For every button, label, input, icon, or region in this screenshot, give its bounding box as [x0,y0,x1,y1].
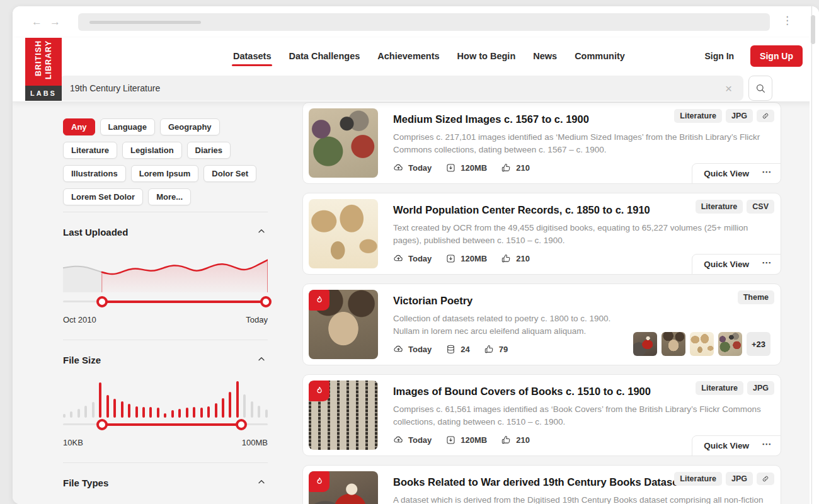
category-chip-lorem-set-dolor[interactable]: Lorem Set Dolor [63,188,143,205]
dataset-card[interactable]: Victorian Poetry Collection of datasets … [302,284,781,365]
search-submit-button[interactable] [748,76,772,101]
more-related-count[interactable]: +23 [747,332,770,356]
category-chip-illustrations[interactable]: Illustrations [63,165,126,182]
british-library-labs-logo[interactable]: BRITISH LIBRARY LABS [25,38,62,101]
related-dataset-thumbnail[interactable] [633,332,657,356]
dataset-thumbnail[interactable] [309,381,378,450]
cloud-upload-icon [393,163,404,173]
sign-in-button[interactable]: Sign In [704,51,734,61]
card-more-button[interactable]: ⋯ [760,166,781,181]
dataset-card[interactable]: Medium Sized Images c. 1567 to c. 1900 C… [302,102,781,184]
collapse-last-uploaded-button[interactable] [255,225,268,239]
dataset-thumbnail[interactable] [309,199,378,268]
browser-menu-icon[interactable]: ⋮ [782,15,793,26]
card-more-button[interactable]: ⋯ [760,257,781,272]
file-types-section: File Types AnyJPGJSONPNGCSVPDFMore... [63,462,268,504]
histogram-bar [200,408,203,418]
file-size-histogram [63,381,268,418]
card-more-button[interactable]: ⋯ [760,438,781,454]
scrollbar-track[interactable] [811,6,812,504]
histogram-bar [135,406,138,418]
date-range-handle-end[interactable] [260,296,272,307]
dataset-meta: Today 24 79 [393,344,610,355]
search-row: × [60,76,819,101]
histogram-bar [149,407,152,418]
dataset-thumbnail[interactable] [309,108,378,178]
nav-item-data-challenges[interactable]: Data Challenges [289,38,360,74]
related-dataset-thumbnail[interactable] [662,332,685,356]
category-chip-dolor-set[interactable]: Dolor Set [203,165,256,182]
address-bar[interactable] [78,13,770,31]
url-placeholder-line [89,21,201,24]
tag-list: LiteratureJPG [674,472,774,486]
dataset-card[interactable]: World Population Center Records, c. 1850… [302,193,781,275]
logo-text-library: LIBRARY [44,40,53,79]
file-size-handle-end[interactable] [236,419,247,430]
date-range-handle-start[interactable] [96,296,108,307]
auth-controls: Sign In Sign Up [704,38,803,74]
histogram-bar [236,381,239,418]
logo-red-block: BRITISH LIBRARY [25,38,62,86]
browser-back-icon[interactable]: ← [32,16,42,28]
collapse-file-size-button[interactable] [255,353,268,367]
featured-flame-icon [309,381,329,401]
browser-forward-icon[interactable]: → [50,16,60,28]
nav-item-news[interactable]: News [533,38,557,74]
dataset-thumbnail[interactable] [309,471,378,504]
nav-item-community[interactable]: Community [575,38,625,74]
featured-flame-icon [309,290,329,311]
category-chip-geography[interactable]: Geography [160,118,220,135]
histogram-bar [258,406,260,418]
tag-list: Theme [738,290,774,304]
size-meta: 120MB [445,253,487,264]
logo-text-british: BRITISH [34,40,43,76]
scrollbar-thumb[interactable] [811,15,815,44]
file-size-title: File Size [63,355,101,365]
chevron-up-icon [256,226,266,236]
category-chip-lorem-ipsum[interactable]: Lorem Ipsum [131,165,199,182]
nav-item-how-to-begin[interactable]: How to Begin [457,38,516,74]
slider-selected-range [102,301,268,303]
search-input[interactable] [70,83,723,93]
related-dataset-thumbnail[interactable] [690,332,714,356]
last-uploaded-chart [63,251,268,295]
category-chip-language[interactable]: Language [100,118,155,135]
histogram-bar [164,413,166,418]
category-chip-any[interactable]: Any [63,118,95,135]
tag-badge-literature: Literature [696,381,743,395]
collapse-file-types-button[interactable] [255,476,268,490]
likes-meta: 79 [484,344,508,355]
likes-meta: 210 [501,435,530,445]
link-icon[interactable] [757,110,774,122]
dataset-thumbnail[interactable] [309,290,378,359]
dataset-card[interactable]: Images of Bound Covers of Books c. 1510 … [302,374,781,456]
thumbs-up-icon [484,344,495,355]
related-dataset-thumbnail[interactable] [718,332,742,356]
histogram-bar [243,394,246,418]
file-size-handle-start[interactable] [96,419,108,430]
search-clear-icon[interactable]: × [723,83,735,94]
link-icon[interactable] [757,472,774,485]
date-range-end-label: Today [246,315,268,324]
dataset-description: Collection of datasets related to poetry… [393,312,610,338]
category-filter-chips: AnyLanguageGeographyLiteratureLegislatio… [63,118,268,205]
uploaded-meta: Today [393,435,432,445]
histogram-bar [70,411,72,418]
filters-sidebar: AnyLanguageGeographyLiteratureLegislatio… [63,102,268,504]
category-chip-more[interactable]: More... [148,188,191,205]
category-chip-legislation[interactable]: Legislation [122,142,182,159]
nav-item-datasets[interactable]: Datasets [233,38,271,74]
category-chip-diaries[interactable]: Diaries [187,142,231,159]
nav-item-achievements[interactable]: Achievements [377,38,439,74]
category-chip-literature[interactable]: Literature [63,142,117,159]
quick-view-button[interactable]: Quick View [692,441,760,450]
sign-up-button[interactable]: Sign Up [750,45,803,67]
card-body: Victorian Poetry Collection of datasets … [393,290,610,359]
dataset-card[interactable]: Books Related to War derived 19th Centur… [302,465,781,504]
tag-badge-literature: Literature [674,109,722,123]
tag-badge-literature: Literature [696,200,743,214]
quick-view-button[interactable]: Quick View [692,260,760,269]
dataset-title[interactable]: Victorian Poetry [393,295,610,307]
quick-view-button[interactable]: Quick View [692,169,760,178]
tag-list: LiteratureCSV [696,200,774,214]
